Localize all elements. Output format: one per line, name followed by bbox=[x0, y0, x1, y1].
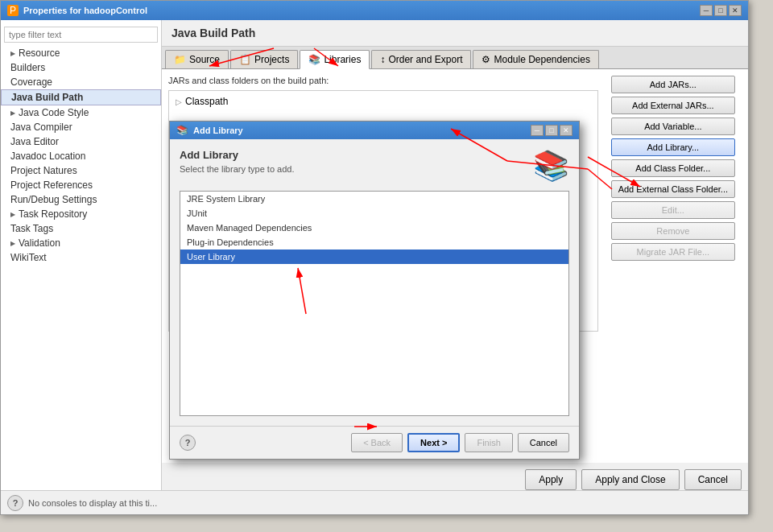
modal-overlay: 📚 Add Library ─ □ ✕ Add Library Select t… bbox=[0, 0, 773, 532]
modal-footer-right: < Back Next > Finish Cancel bbox=[351, 433, 569, 452]
modal-help-button[interactable]: ? bbox=[180, 435, 196, 451]
library-list[interactable]: JRE System Library JUnit Maven Managed D… bbox=[180, 191, 569, 416]
back-button[interactable]: < Back bbox=[351, 433, 403, 452]
modal-title-text: Add Library bbox=[193, 126, 243, 135]
next-button[interactable]: Next > bbox=[407, 433, 460, 452]
modal-cancel-button[interactable]: Cancel bbox=[518, 433, 569, 452]
modal-restore-button[interactable]: □ bbox=[545, 125, 558, 136]
library-item-jre[interactable]: JRE System Library bbox=[180, 192, 568, 206]
modal-title-left: 📚 Add Library bbox=[176, 125, 243, 136]
modal-close-button[interactable]: ✕ bbox=[560, 125, 573, 136]
modal-minimize-button[interactable]: ─ bbox=[531, 125, 544, 136]
add-library-modal: 📚 Add Library ─ □ ✕ Add Library Select t… bbox=[169, 121, 580, 460]
modal-body: Add Library Select the library type to a… bbox=[170, 139, 579, 426]
modal-footer-left: ? bbox=[180, 435, 196, 451]
books-icon: 📚 bbox=[533, 149, 569, 183]
modal-header-section: Add Library Select the library type to a… bbox=[180, 149, 569, 183]
modal-header-subtitle: Select the library type to add. bbox=[180, 164, 294, 174]
library-item-maven[interactable]: Maven Managed Dependencies bbox=[180, 221, 568, 235]
modal-header-title: Add Library bbox=[180, 149, 294, 161]
modal-header-text: Add Library Select the library type to a… bbox=[180, 149, 294, 174]
modal-controls: ─ □ ✕ bbox=[531, 125, 573, 136]
library-item-junit[interactable]: JUnit bbox=[180, 206, 568, 221]
modal-window-icon: 📚 bbox=[176, 125, 188, 136]
modal-footer: ? < Back Next > Finish Cancel bbox=[170, 426, 579, 459]
finish-button[interactable]: Finish bbox=[465, 433, 512, 452]
modal-title-bar: 📚 Add Library ─ □ ✕ bbox=[170, 122, 579, 139]
library-item-plugin[interactable]: Plug-in Dependencies bbox=[180, 235, 568, 250]
library-item-user[interactable]: User Library bbox=[180, 250, 568, 264]
